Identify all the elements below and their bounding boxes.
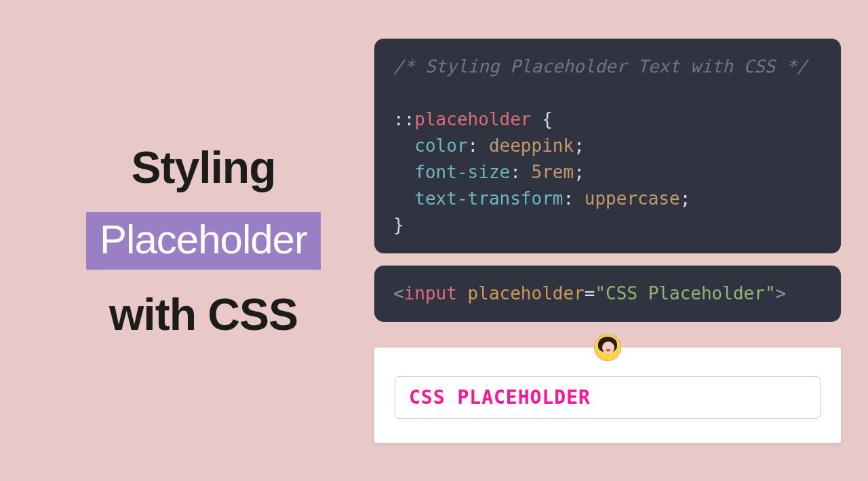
avatar-icon (594, 334, 621, 361)
code-panel: /* Styling Placeholder Text with CSS */ … (366, 39, 868, 443)
selector-pseudo: placeholder (414, 109, 531, 129)
prop-color: color (414, 135, 467, 156)
val-fontsize: 5rem (532, 162, 574, 182)
html-tag: input (404, 283, 457, 304)
html-attr-value: "CSS Placeholder" (595, 283, 775, 304)
val-color: deeppink (489, 135, 574, 156)
open-brace: { (532, 109, 553, 129)
demo-card (374, 348, 841, 443)
html-close: > (776, 283, 787, 304)
close-brace: } (393, 215, 404, 235)
demo-input[interactable] (395, 376, 821, 419)
html-open: < (393, 283, 404, 304)
code-comment: /* Styling Placeholder Text with CSS */ (393, 56, 807, 77)
html-code-block: <input placeholder="CSS Placeholder"> (374, 266, 841, 322)
prop-transform: text-transform (414, 188, 563, 209)
title-line-3: with CSS (109, 289, 298, 340)
title-highlight: Placeholder (86, 212, 321, 270)
prop-fontsize: font-size (414, 162, 510, 182)
val-transform: uppercase (585, 188, 680, 209)
title-line-1: Styling (131, 142, 275, 193)
title-panel: Styling Placeholder with CSS (0, 142, 366, 340)
avatar-wrap (374, 334, 841, 361)
html-equals: = (585, 283, 595, 304)
css-code-block: /* Styling Placeholder Text with CSS */ … (374, 39, 841, 253)
selector-prefix: :: (393, 109, 414, 129)
html-attr: placeholder (468, 283, 585, 304)
